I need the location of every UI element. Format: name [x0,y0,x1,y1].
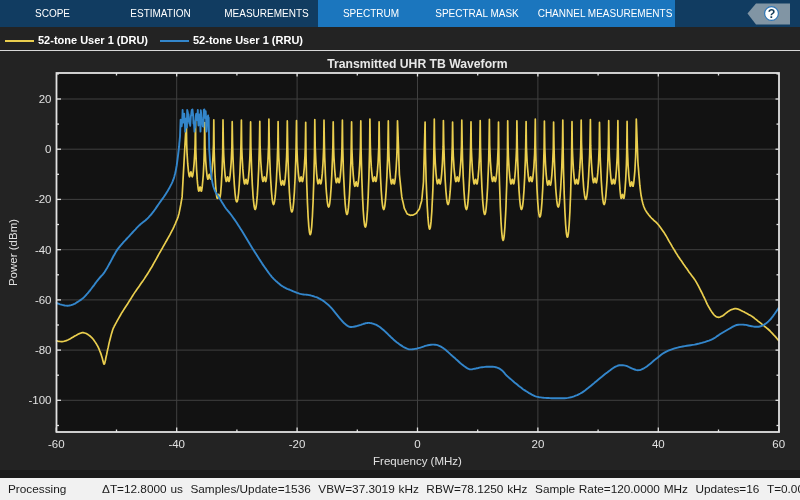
svg-text:-80: -80 [35,344,52,356]
svg-text:?: ? [768,7,776,21]
svg-text:20: 20 [39,93,52,105]
svg-text:Power (dBm): Power (dBm) [7,219,19,286]
svg-text:-60: -60 [48,438,65,450]
svg-text:-20: -20 [35,193,52,205]
svg-text:-20: -20 [289,438,306,450]
svg-text:20: 20 [532,438,545,450]
svg-text:Transmitted UHR TB Waveform: Transmitted UHR TB Waveform [327,57,508,71]
svg-text:0: 0 [414,438,420,450]
svg-text:-40: -40 [35,244,52,256]
svg-text:-60: -60 [35,294,52,306]
svg-text:0: 0 [45,143,51,155]
svg-text:-40: -40 [168,438,185,450]
svg-text:60: 60 [772,438,785,450]
svg-text:40: 40 [652,438,665,450]
svg-text:-100: -100 [28,394,51,406]
svg-text:Frequency (MHz): Frequency (MHz) [373,455,462,467]
